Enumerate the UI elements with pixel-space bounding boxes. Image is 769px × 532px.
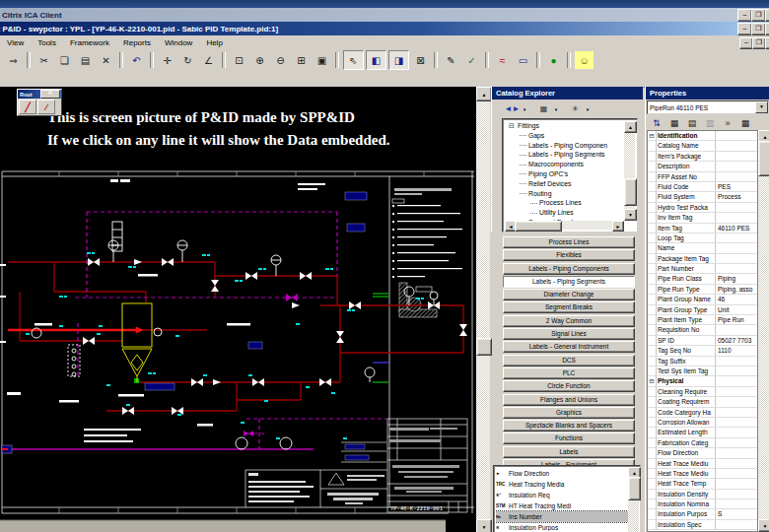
property-value[interactable]: [716, 376, 757, 385]
property-value[interactable]: [716, 264, 757, 273]
move-icon[interactable]: ✛: [158, 51, 176, 69]
scrollbar-thumb[interactable]: [515, 221, 562, 232]
chevron-down-icon[interactable]: ▾: [584, 106, 592, 112]
app-restore-button[interactable]: ❐: [751, 23, 766, 35]
properties-vscrollbar[interactable]: ▲ ▼: [758, 130, 769, 532]
zoom-in-icon[interactable]: ⊕: [250, 51, 269, 69]
property-row[interactable]: Hydro Test Packa: [648, 203, 757, 213]
property-row[interactable]: Description: [648, 162, 757, 171]
property-value[interactable]: [716, 479, 757, 488]
catalog-explorer-titlebar[interactable]: Catalog Explorer: [492, 87, 643, 100]
tree-vscrollbar[interactable]: ▲ ▼: [624, 121, 635, 221]
signal-icon[interactable]: ≈: [493, 51, 512, 69]
menu-reports[interactable]: Reports: [116, 38, 158, 47]
scrollbar-thumb[interactable]: [624, 178, 637, 206]
palette-button-labels-piping-components[interactable]: Labels - Piping Components: [503, 263, 635, 275]
delete-icon[interactable]: ✕: [97, 51, 115, 69]
category-view-icon[interactable]: ▦: [666, 115, 682, 130]
property-value[interactable]: Process: [716, 192, 757, 201]
property-row[interactable]: Tag Seq No1110: [648, 346, 757, 356]
property-value[interactable]: [716, 254, 757, 263]
property-row[interactable]: Item's Package: [648, 152, 757, 162]
drawing-canvas[interactable]: YP-46-K-2210-001: [0, 87, 476, 532]
select-icon[interactable]: ⇖: [343, 50, 364, 70]
property-value[interactable]: [716, 213, 757, 222]
scroll-right-icon[interactable]: ►: [612, 221, 624, 232]
scrollbar-thumb[interactable]: [758, 141, 769, 176]
details-view-icon[interactable]: ▤: [684, 115, 700, 130]
tree-item-gaps[interactable]: Gaps: [505, 131, 624, 141]
property-value[interactable]: 1110: [716, 346, 757, 355]
palette-button-process-lines[interactable]: Process Lines: [503, 236, 635, 248]
property-row[interactable]: Insulation Nomina: [648, 499, 757, 509]
property-row[interactable]: Loop Tag: [648, 233, 757, 243]
property-row[interactable]: Plant Group TypeUnit: [648, 305, 757, 315]
property-row[interactable]: Pipe Run TypePiping, asso: [648, 285, 757, 295]
property-value[interactable]: [716, 366, 757, 375]
grid-view-icon[interactable]: ▦: [737, 115, 753, 130]
angle-icon[interactable]: ∠: [199, 51, 218, 69]
property-row[interactable]: ⊟Physical: [648, 376, 757, 386]
property-row[interactable]: FFP Asset No: [648, 172, 757, 182]
scrollbar-thumb[interactable]: [476, 338, 492, 356]
tree-item-utility-lines[interactable]: Utility Lines: [505, 208, 624, 218]
scrollbar-thumb[interactable]: [628, 477, 641, 500]
property-row[interactable]: Flow Direction: [648, 448, 757, 458]
sort-ascending-icon[interactable]: ⇅: [649, 115, 664, 130]
app-titlebar[interactable]: SmartPlant P&ID - swypctor : YPL - [YP-4…: [0, 22, 769, 35]
property-row[interactable]: Heat Trace Mediu: [648, 459, 757, 469]
palette-button-labels-piping-segments[interactable]: Labels - Piping Segments: [503, 276, 635, 288]
select-item-icon[interactable]: ◧: [366, 50, 386, 70]
property-value[interactable]: [716, 438, 757, 447]
property-row[interactable]: SP ID05027 7703: [648, 336, 757, 346]
tree-item-labels-piping-segments[interactable]: Labels - Piping Segments: [505, 150, 624, 160]
property-value[interactable]: [716, 408, 757, 417]
scroll-down-icon[interactable]: ▼: [758, 519, 769, 532]
paste-icon[interactable]: ▤: [76, 51, 95, 69]
property-row[interactable]: Tag Suffix: [648, 357, 757, 366]
tree-item-process-lines[interactable]: Process Lines: [505, 198, 624, 208]
zoom-out-icon[interactable]: ⊖: [271, 51, 290, 69]
property-row[interactable]: Heat Trace Mediu: [648, 469, 757, 479]
property-value[interactable]: [716, 469, 757, 478]
property-row[interactable]: Pipe Run ClassPiping: [648, 274, 757, 284]
run-icon[interactable]: ●: [544, 51, 563, 69]
property-value[interactable]: [716, 397, 757, 406]
palette-button-labels-general-instrument[interactable]: Labels - General Instrument: [503, 341, 635, 353]
properties-titlebar[interactable]: Properties: [646, 87, 769, 100]
property-row[interactable]: Cleaning Require: [648, 387, 757, 397]
doc-restore-button[interactable]: ❐: [752, 37, 766, 49]
tree-item-fittings[interactable]: ⊟Fittings: [505, 121, 624, 131]
app-minimize-button[interactable]: –: [737, 23, 752, 35]
property-value[interactable]: [716, 152, 757, 161]
property-value[interactable]: 05027 7703: [716, 336, 757, 345]
property-row[interactable]: Corrosion Allowan: [648, 418, 757, 428]
menu-framework[interactable]: Framework: [63, 38, 116, 47]
property-row[interactable]: Code Category Ha: [648, 408, 757, 418]
property-value[interactable]: [716, 243, 757, 252]
route-pipe-icon[interactable]: ╱: [19, 100, 36, 114]
property-value[interactable]: [716, 499, 757, 508]
rotate-icon[interactable]: ↻: [178, 51, 197, 69]
property-value[interactable]: [716, 387, 757, 396]
property-value[interactable]: [716, 490, 757, 499]
property-value[interactable]: [716, 428, 757, 436]
menu-help[interactable]: Help: [199, 38, 229, 47]
label-item-ins-number[interactable]: №Ins Number: [496, 511, 628, 522]
property-value[interactable]: [716, 141, 757, 150]
more-icon[interactable]: »: [720, 115, 735, 130]
property-row[interactable]: Plant Group Name46: [648, 295, 757, 304]
palette-button-flanges-and-unions[interactable]: Flanges and Unions: [503, 394, 635, 406]
property-value[interactable]: Pipe Run: [716, 315, 757, 324]
property-value[interactable]: Piping, asso: [716, 285, 757, 294]
doc-minimize-button[interactable]: –: [739, 37, 753, 49]
property-row[interactable]: Requisition No: [648, 325, 757, 335]
label-item-insulation-purpos[interactable]: ✳Insulation Purpos: [496, 522, 628, 531]
close-icon[interactable]: ✕: [40, 90, 61, 99]
palette-button-signal-lines[interactable]: Signal Lines: [503, 328, 635, 340]
label-icon[interactable]: ✎: [442, 51, 460, 69]
doc-close-button[interactable]: ✕: [765, 37, 769, 49]
property-row[interactable]: Inv Item Tag: [648, 213, 757, 223]
form-view-icon[interactable]: ▥: [702, 115, 718, 130]
panel-icon[interactable]: ▭: [514, 51, 532, 69]
